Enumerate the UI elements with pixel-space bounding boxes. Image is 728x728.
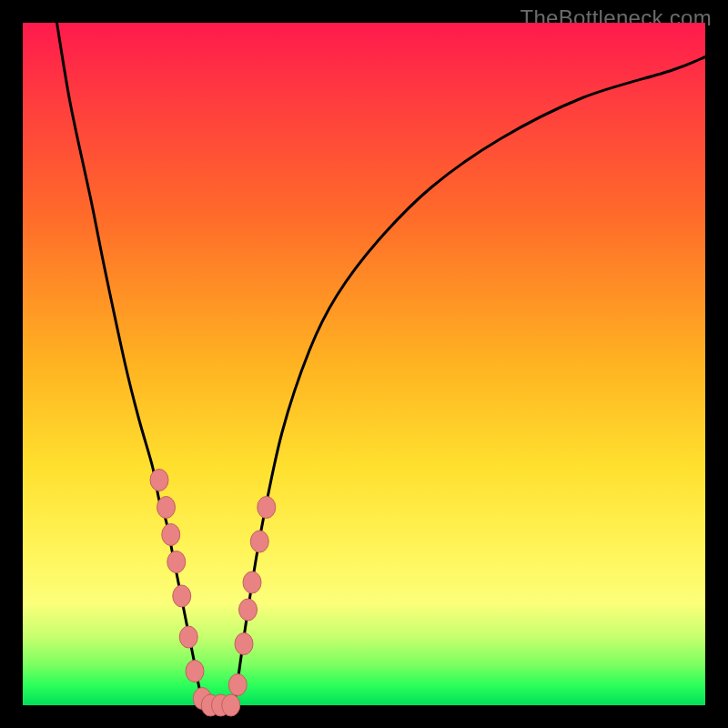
bottleneck-curve (57, 23, 706, 713)
curve-layer (23, 23, 705, 705)
curve-marker (258, 497, 276, 519)
curve-marker (239, 599, 258, 621)
curve-marker (150, 470, 168, 491)
curve-marker (186, 661, 204, 682)
curve-marker (173, 585, 191, 607)
curve-marker (243, 571, 261, 593)
curve-marker (167, 551, 186, 573)
curve-marker (157, 497, 176, 519)
plot-area (23, 23, 705, 705)
chart-stage: TheBottleneck.com (0, 0, 728, 728)
curve-marker (235, 633, 253, 655)
curve-marker (250, 531, 268, 552)
curve-marker (228, 674, 247, 696)
curve-marker (162, 524, 180, 546)
curve-marker (222, 694, 240, 716)
marker-group (150, 470, 276, 717)
curve-marker (179, 626, 197, 648)
